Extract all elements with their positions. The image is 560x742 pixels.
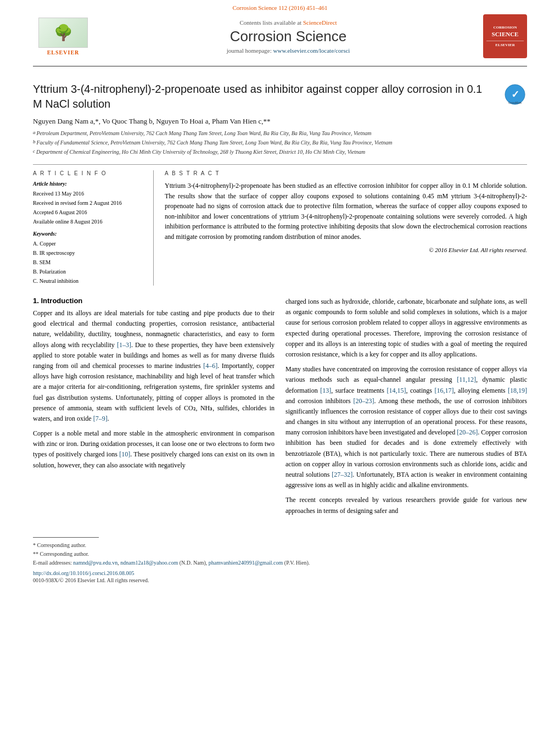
copyright: © 2016 Elsevier Ltd. All rights reserved…: [165, 247, 527, 253]
aff-text-c: Department of Chemical Engineering, Ho C…: [36, 148, 365, 156]
affiliation-b: b Faculty of Fundamental Science, PetroV…: [33, 138, 527, 147]
header-center: Contents lists available at ScienceDirec…: [93, 19, 483, 54]
svg-text:✓: ✓: [511, 89, 519, 100]
aff-marker-a: a: [33, 129, 36, 137]
crossmark-icon: ✓ CrossMark: [504, 83, 526, 105]
keyword-5: C. Neutral inhibition: [33, 276, 145, 286]
email-link-1[interactable]: namnd@pvu.edu.vn: [73, 560, 117, 566]
aff-text-b: Faculty of Fundamental Science, PetroVie…: [37, 138, 393, 147]
info-dates: Received 13 May 2016 Received in revised…: [33, 189, 145, 226]
ref-13[interactable]: [13]: [320, 387, 331, 394]
header-top: 🌳 ELSEVIER Contents lists available at S…: [33, 14, 527, 58]
keywords-section: Keywords: A. Copper B. IR spectroscopy B…: [33, 231, 145, 286]
ref-4-6[interactable]: [4–6]: [203, 362, 217, 370]
journal-ref: Corrosion Science 112 (2016) 451–461: [232, 4, 327, 11]
affiliation-c: c Department of Chemical Engineering, Ho…: [33, 148, 527, 156]
accepted-date: Accepted 6 August 2016: [33, 208, 145, 217]
keyword-4: B. Polarization: [33, 267, 145, 276]
ref-14-15[interactable]: [14,15]: [387, 387, 406, 394]
article-title: Yttrium 3-(4-nitrophenyl)-2-propenoate u…: [33, 82, 494, 111]
ref-11-12[interactable]: [11,12]: [457, 376, 476, 383]
keyword-2: B. IR spectroscopy: [33, 248, 145, 258]
ref-18-19[interactable]: [18,19]: [508, 387, 527, 394]
corresponding-author-1: * Corresponding author.: [33, 541, 527, 550]
header: Corrosion Science 112 (2016) 451–461 🌳 E…: [0, 0, 560, 71]
abstract-text: Yttrium 3-(4-nitrophenyl)-2-propenoate h…: [165, 181, 527, 242]
intro-para4: Many studies have concentrated on improv…: [285, 364, 527, 490]
journal-homepage: journal homepage: www.elsevier.com/locat…: [104, 47, 472, 54]
affiliation-a: a Petroleum Department, PetroVietnam Uni…: [33, 129, 527, 137]
ref-27-32[interactable]: [27–32]: [332, 471, 352, 478]
contents-available: Contents lists available at ScienceDirec…: [104, 19, 472, 26]
authors: Nguyen Dang Nam a,*, Vo Quoc Thang b, Ng…: [33, 117, 527, 126]
aff-text-a: Petroleum Department, PetroVietnam Unive…: [37, 129, 372, 137]
svg-text:CrossMark: CrossMark: [508, 101, 522, 104]
article-body: Yttrium 3-(4-nitrophenyl)-2-propenoate u…: [0, 71, 560, 526]
available-date: Available online 8 August 2016: [33, 217, 145, 226]
history-label: Article history:: [33, 181, 145, 187]
email-link-2[interactable]: ndnam12a18@yahoo.com: [120, 560, 178, 566]
intro-para3: charged ions such as hydroxide, chloride…: [285, 297, 527, 360]
author-list: Nguyen Dang Nam a,*, Vo Quoc Thang b, Ng…: [33, 117, 271, 125]
main-right-col: charged ions such as hydroxide, chloride…: [285, 297, 527, 521]
footnote-1: * Corresponding author. ** Corresponding…: [33, 541, 527, 567]
article-info-heading: A R T I C L E I N F O: [33, 170, 145, 176]
received-date: Received 13 May 2016: [33, 189, 145, 198]
badge-subtitle: ELSEVIER: [486, 41, 524, 47]
article-footer: * Corresponding author. ** Corresponding…: [0, 532, 560, 592]
main-left-col: 1. Introduction Copper and its alloys ar…: [33, 297, 275, 521]
journal-badge: CORROSION SCIENCE ELSEVIER: [483, 14, 527, 58]
journal-title: Corrosion Science: [104, 28, 472, 45]
doi-text: http://dx.doi.org/10.1016/j.corsci.2016.…: [33, 570, 135, 576]
sciencedirect-link[interactable]: ScienceDirect: [303, 19, 337, 26]
intro-para5: The recent concepts revealed by various …: [285, 495, 527, 516]
received-revised-date: Received in revised form 2 August 2016: [33, 198, 145, 208]
ref-16-17[interactable]: [16,17]: [434, 387, 453, 394]
elsevier-tree-icon: 🌳: [54, 24, 73, 42]
info-abstract-section: A R T I C L E I N F O Article history: R…: [33, 164, 527, 286]
affiliations: a Petroleum Department, PetroVietnam Uni…: [33, 129, 527, 156]
footer-divider: [33, 537, 99, 538]
main-content: 1. Introduction Copper and its alloys ar…: [33, 294, 527, 521]
aff-marker-b: b: [33, 138, 36, 147]
ref-7-9[interactable]: [7–9]: [93, 415, 108, 422]
doi-line[interactable]: http://dx.doi.org/10.1016/j.corsci.2016.…: [33, 570, 527, 576]
crossmark-badge: ✓ CrossMark: [502, 82, 527, 107]
header-divider: [33, 66, 527, 66]
elsevier-logo: 🌳 ELSEVIER: [33, 18, 93, 55]
email-addresses: E-mail addresses: namnd@pvu.edu.vn, ndna…: [33, 559, 527, 567]
ref-20-23[interactable]: [20–23]: [354, 397, 374, 405]
abstract-col: A B S T R A C T Yttrium 3-(4-nitrophenyl…: [165, 170, 527, 286]
abstract-heading: A B S T R A C T: [165, 170, 527, 176]
email-link-3[interactable]: phamvanhien240991@gmail.com: [209, 560, 283, 566]
elsevier-text: ELSEVIER: [47, 49, 80, 55]
ref-20-26[interactable]: [20–26]: [457, 428, 478, 436]
keywords-label: Keywords:: [33, 231, 145, 237]
issn-line: 0010-938X/© 2016 Elsevier Ltd. All right…: [33, 577, 527, 583]
keyword-3: B. SEM: [33, 258, 145, 267]
corresponding-author-2: ** Corresponding author.: [33, 550, 527, 559]
page: Corrosion Science 112 (2016) 451–461 🌳 E…: [0, 0, 560, 742]
ref-1-3[interactable]: [1–3]: [117, 341, 131, 349]
section1-title: 1. Introduction: [33, 297, 275, 305]
keyword-1: A. Copper: [33, 239, 145, 248]
intro-para1: Copper and its alloys are ideal material…: [33, 308, 275, 424]
aff-marker-c: c: [33, 148, 35, 156]
title-section: Yttrium 3-(4-nitrophenyl)-2-propenoate u…: [33, 82, 527, 111]
elsevier-logo-box: 🌳: [38, 18, 88, 48]
article-history-block: Article history: Received 13 May 2016 Re…: [33, 181, 145, 226]
article-info-col: A R T I C L E I N F O Article history: R…: [33, 170, 154, 286]
journal-homepage-link[interactable]: www.elsevier.com/locate/corsci: [273, 47, 350, 54]
ref-10[interactable]: [10]: [119, 450, 130, 458]
intro-para2: Copper is a noble metal and more stable …: [33, 428, 275, 471]
